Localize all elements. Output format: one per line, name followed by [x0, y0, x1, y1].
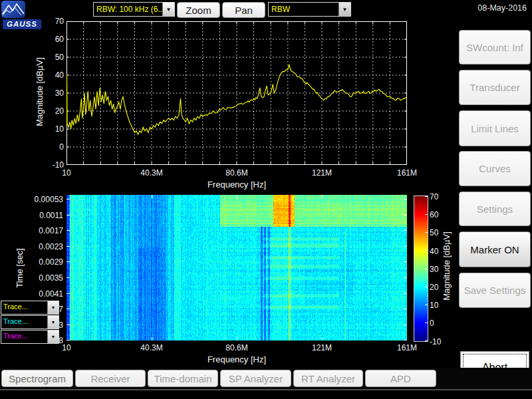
marker-on-button[interactable]: Marker ON [459, 231, 531, 267]
tab-apd[interactable]: APD [365, 370, 436, 387]
pan-button[interactable]: Pan [222, 2, 265, 18]
spectrum-y-tick: 50 [40, 53, 64, 62]
spectrum-y-tick: 40 [40, 70, 64, 80]
spectrum-y-tick: 0 [40, 142, 64, 152]
trace-selector-label: Trace... [1, 316, 47, 329]
colorbar-tick: -10 [430, 337, 450, 346]
date-label: 08-May-2016 [458, 3, 527, 13]
spectrogram-x-tick: 121M [302, 343, 342, 352]
att-text: Att [2, 61, 17, 70]
trace-selector-label: Trace... [1, 331, 47, 343]
att-value: 0 dB [2, 70, 17, 78]
tab-rt-analyzer[interactable]: RT Analyzer [293, 370, 363, 387]
spectrogram-x-tick: 10 [47, 343, 86, 352]
tab-receiver[interactable]: Receiver [75, 370, 146, 387]
chevron-down-icon[interactable]: ▼ [47, 331, 59, 343]
trace-selector-1[interactable]: Trace...▼ [1, 301, 59, 315]
spectrogram-y-axis-title: Time [sec] [15, 235, 25, 301]
spectrogram-time-tick: 0.0011 [27, 211, 63, 220]
settings-button[interactable]: Settings [459, 192, 531, 226]
spectrum-x-tick: 40.3M [132, 168, 172, 178]
tab-sp-analyzer[interactable]: SP Analyzer [220, 370, 291, 387]
parameter-dropdown-value: RBW [269, 3, 338, 16]
limit-lines-button[interactable]: Limit Lines [459, 110, 531, 146]
spectrum-x-tick: 161M [387, 168, 427, 178]
save-settings-button[interactable]: Save Settings [459, 273, 531, 308]
trace1-label: Trace1 [2, 113, 25, 121]
chevron-down-icon[interactable]: ▼ [338, 3, 350, 16]
swcount-inf-button[interactable]: SWcount: Inf [459, 30, 531, 65]
spectrum-y-tick: 30 [40, 88, 64, 98]
tab-time-domain[interactable]: Time-domain [148, 370, 218, 387]
app-logo-icon [1, 1, 25, 18]
app-window: GAUSS RBW: 100 kHz (6... ▼ Zoom Pan RBW … [0, 0, 532, 399]
spectrogram-x-tick: 161M [387, 343, 427, 352]
rbw-dropdown-value: RBW: 100 kHz (6... [94, 3, 162, 16]
spectrum-x-tick: 10 [47, 168, 86, 178]
tab-spectrogram[interactable]: Spectrogram [1, 370, 73, 387]
curves-button[interactable]: Curves [459, 151, 531, 186]
spectrum-x-tick: 121M [302, 168, 342, 178]
colorbar [414, 196, 428, 342]
spectrogram-time-tick: 0.0029 [27, 257, 63, 267]
colorbar-tick: 70 [430, 192, 450, 201]
spectrum-y-tick: 60 [40, 35, 64, 44]
spectrogram-plot[interactable] [66, 195, 407, 340]
spectrogram-x-tick: 80.6M [217, 343, 257, 352]
rbw-dropdown[interactable]: RBW: 100 kHz (6... ▼ [93, 2, 175, 17]
spectrogram-time-tick: 0.00053 [27, 195, 63, 204]
parameter-dropdown[interactable]: RBW ▼ [268, 2, 351, 17]
spectrogram-time-tick: 0.0017 [27, 226, 63, 235]
spectrum-plot[interactable] [66, 21, 407, 165]
spectrogram-time-tick: 0.0035 [27, 273, 63, 283]
spectrum-x-axis-title: Frequency [Hz] [170, 180, 303, 190]
trace-selector-3[interactable]: Trace...▼ [1, 330, 59, 344]
spectrogram-time-tick: 0.0023 [27, 242, 63, 251]
colorbar-title: Magnitude [dBµV] [442, 219, 452, 313]
spectrum-y-tick: 20 [40, 106, 64, 116]
zoom-button[interactable]: Zoom [177, 2, 220, 18]
spectrogram-x-tick: 40.3M [132, 343, 172, 352]
colorbar-tick: 60 [430, 210, 450, 219]
colorbar-tick: 0 [430, 319, 450, 328]
spectrogram-x-axis-title: Frequency [Hz] [170, 354, 303, 364]
chevron-down-icon[interactable]: ▼ [162, 3, 174, 16]
spectrogram-time-tick: 0.0041 [27, 289, 63, 299]
chevron-down-icon[interactable]: ▼ [47, 316, 59, 329]
transducer-button[interactable]: Transducer [459, 70, 531, 105]
spectrum-y-tick: 10 [40, 124, 64, 134]
attenuation-label: Att 0 dB [2, 61, 17, 78]
spectrum-x-tick: 80.6M [217, 168, 257, 178]
spectrum-y-tick: 70 [40, 17, 64, 26]
trace-selector-2[interactable]: Trace...▼ [1, 315, 59, 329]
chevron-down-icon[interactable]: ▼ [47, 301, 59, 314]
trace-selector-label: Trace... [1, 301, 47, 314]
bottom-divider [0, 389, 532, 390]
